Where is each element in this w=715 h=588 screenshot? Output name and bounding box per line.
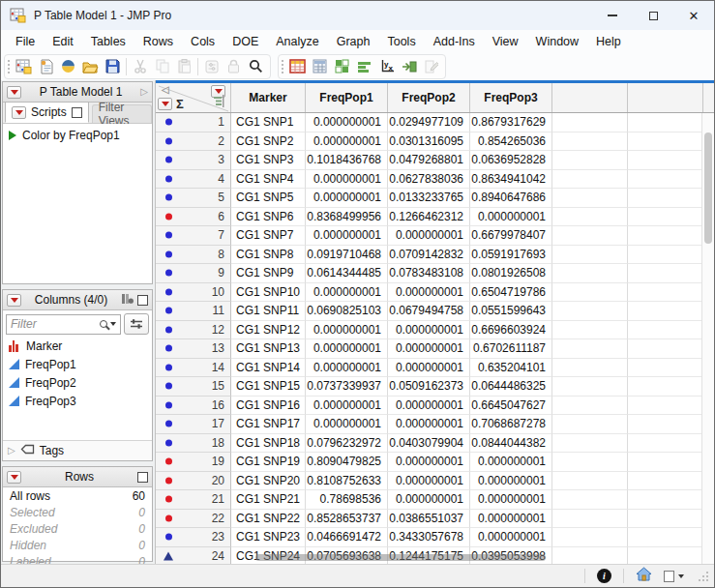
table-cell[interactable] — [552, 453, 628, 472]
table-cell[interactable]: CG1 SNP3 — [231, 151, 306, 170]
row-header[interactable]: 2 — [156, 132, 231, 152]
table-cell[interactable] — [552, 339, 628, 359]
table-cell[interactable]: 0.000000001 — [470, 490, 552, 510]
table-cell[interactable]: 0.8679317629 — [470, 113, 552, 132]
row-header[interactable]: 8 — [156, 246, 231, 265]
columns-filter-field[interactable] — [6, 314, 121, 335]
table-cell[interactable]: CG1 SNP21 — [231, 490, 306, 510]
menu-analyze[interactable]: Analyze — [267, 33, 327, 50]
row-header[interactable]: 16 — [156, 397, 231, 416]
menu-tables[interactable]: Tables — [82, 33, 134, 50]
resize-grip[interactable] — [698, 571, 708, 581]
column-list-item-freqpop2[interactable]: FreqPop2 — [3, 373, 152, 392]
table-cell[interactable] — [552, 490, 628, 510]
table-cell[interactable]: 0.000000001 — [388, 453, 470, 472]
preview-checkbox[interactable] — [664, 571, 684, 582]
table-cell[interactable]: CG1 SNP22 — [231, 510, 306, 529]
table-cell[interactable]: 0.0709142832 — [388, 246, 470, 265]
table-cell[interactable] — [552, 208, 628, 227]
table-cell[interactable]: 0.1018436768 — [306, 151, 388, 170]
table-cell[interactable]: 0.000000001 — [470, 528, 552, 547]
row-header[interactable]: 3 — [156, 151, 231, 170]
table-cell[interactable] — [628, 264, 703, 283]
table-cell[interactable] — [628, 151, 703, 170]
row-header[interactable]: 24 — [156, 547, 231, 565]
table-cell[interactable]: 0.000000001 — [306, 226, 388, 246]
table-cell[interactable]: 0.000000001 — [306, 170, 388, 190]
table-cell[interactable] — [552, 377, 628, 397]
column-list-item-marker[interactable]: Marker — [3, 337, 152, 355]
table-cell[interactable] — [552, 302, 628, 321]
table-cell[interactable]: 0.6504719786 — [470, 283, 552, 303]
menu-edit[interactable]: Edit — [44, 33, 82, 50]
table-cell[interactable]: 0.000000001 — [470, 472, 552, 491]
table-cell[interactable]: 0.000000001 — [388, 359, 470, 378]
checkbox-icon[interactable] — [664, 571, 674, 582]
table-cell[interactable] — [628, 434, 703, 454]
table-cell[interactable]: 0.0551599643 — [470, 302, 552, 321]
table-cell[interactable]: 0.0509162373 — [388, 377, 470, 397]
column-header-freqpop1[interactable]: FreqPop1 — [306, 83, 388, 112]
table-cell[interactable]: 0.000000001 — [306, 397, 388, 416]
table-cell[interactable]: CG1 SNP4 — [231, 170, 306, 190]
table-cell[interactable]: 0.6645047627 — [470, 397, 552, 416]
red-triangle-menu-icon[interactable] — [7, 471, 21, 484]
table-cell[interactable]: 0.0627838036 — [388, 170, 470, 190]
table-cell[interactable]: 0.0801926508 — [470, 264, 552, 283]
red-triangle-menu-icon[interactable] — [12, 106, 26, 119]
table-cell[interactable]: CG1 SNP16 — [231, 397, 306, 416]
menu-rows[interactable]: Rows — [134, 33, 182, 50]
row-header[interactable]: 23 — [156, 528, 231, 547]
table-cell[interactable] — [552, 151, 628, 170]
column-header-empty[interactable] — [552, 83, 628, 112]
table-cell[interactable]: 0.000000001 — [306, 321, 388, 340]
table-cell[interactable]: 0.635204101 — [470, 359, 552, 378]
table-cell[interactable] — [552, 170, 628, 190]
table-cell[interactable] — [628, 547, 703, 565]
table-cell[interactable]: 0.000000001 — [388, 226, 470, 246]
table-cell[interactable]: 0.000000001 — [470, 510, 552, 529]
table-cell[interactable]: 0.000000001 — [306, 359, 388, 378]
table-cell[interactable] — [628, 359, 703, 378]
chevron-down-icon[interactable] — [678, 574, 684, 578]
table-cell[interactable]: 0.8634941042 — [470, 170, 552, 190]
table-cell[interactable]: 0.0479268801 — [388, 151, 470, 170]
table-cell[interactable] — [628, 339, 703, 359]
row-header[interactable]: 4 — [156, 170, 231, 190]
table-cell[interactable] — [628, 226, 703, 246]
table-cell[interactable]: CG1 SNP15 — [231, 377, 306, 397]
row-header[interactable]: 18 — [156, 434, 231, 454]
row-header[interactable]: 11 — [156, 302, 231, 321]
table-cell[interactable] — [628, 113, 703, 132]
table-cell[interactable] — [628, 132, 703, 152]
info-icon[interactable]: i — [597, 569, 611, 583]
row-header[interactable]: 22 — [156, 510, 231, 529]
table-cell[interactable]: 0.7068687278 — [470, 415, 552, 434]
horizontal-scrollbar-thumb[interactable] — [255, 554, 546, 561]
maximize-icon[interactable] — [633, 1, 673, 30]
table-cell[interactable] — [552, 113, 628, 132]
table-cell[interactable] — [628, 415, 703, 434]
table-corner-cell[interactable]: ◁ Σ — [156, 83, 231, 112]
table-cell[interactable]: 0.0133233765 — [388, 189, 470, 208]
table-cell[interactable] — [628, 453, 703, 472]
table-cell[interactable] — [552, 547, 628, 565]
table-cell[interactable]: 0.0386551037 — [388, 510, 470, 529]
table-cell[interactable]: CG1 SNP7 — [231, 226, 306, 246]
table-cell[interactable]: 0.0614344485 — [306, 264, 388, 283]
column-list-item-freqpop3[interactable]: FreqPop3 — [3, 392, 152, 410]
table-cell[interactable] — [628, 472, 703, 491]
table-cell[interactable]: 0.000000001 — [388, 490, 470, 510]
table-cell[interactable] — [552, 434, 628, 454]
send-icon[interactable] — [398, 56, 420, 77]
minimize-icon[interactable] — [592, 1, 633, 30]
row-header[interactable]: 13 — [156, 339, 231, 359]
table-cell[interactable]: 0.000000001 — [306, 339, 388, 359]
table-cell[interactable]: 0.000000001 — [306, 283, 388, 303]
table-cell[interactable]: 0.6679978407 — [470, 226, 552, 246]
rows-stat-hidden[interactable]: Hidden0 — [3, 537, 152, 553]
close-icon[interactable]: ✕ — [673, 1, 714, 30]
tab-scripts[interactable]: Scripts — [5, 102, 89, 123]
new-data-table-icon[interactable] — [13, 56, 35, 77]
table-cell[interactable]: 0.000000001 — [388, 339, 470, 359]
